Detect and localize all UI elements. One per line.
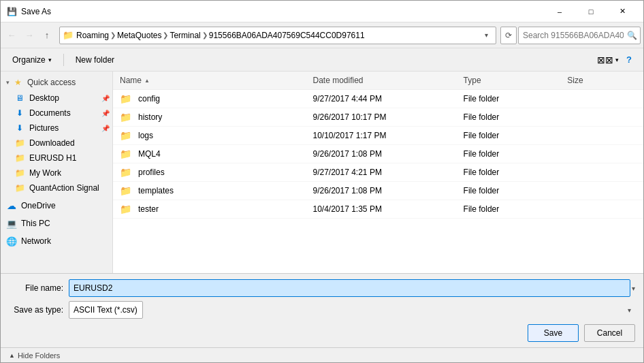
file-size-cell xyxy=(562,170,638,175)
sidebar-item-eurusd[interactable]: 📁 EURUSD H1 xyxy=(1,151,112,165)
save-button[interactable]: Save xyxy=(528,324,579,342)
file-name-cell: 📁 config xyxy=(118,91,307,107)
main-content: ▾ ★ Quick access 🖥 Desktop 📌 ⬇ Documents… xyxy=(1,72,643,273)
file-type-cell: File folder xyxy=(458,110,562,125)
sidebar-item-pictures[interactable]: ⬇ Pictures 📌 xyxy=(1,121,112,136)
col-header-date[interactable]: Date modified xyxy=(307,73,457,88)
documents-icon: ⬇ xyxy=(14,108,25,119)
view-options: ⊠⊠ ▾ ? xyxy=(596,51,638,69)
quick-access-icon: ★ xyxy=(12,77,23,88)
savetype-row: Save as type: ASCII Text (*.csv) ▾ xyxy=(9,301,635,319)
hide-folders-toggle[interactable]: ▲ Hide Folders xyxy=(9,351,60,360)
cancel-button[interactable]: Cancel xyxy=(584,324,635,342)
command-bar: Organize ▾ New folder ⊠⊠ ▾ ? xyxy=(1,48,643,72)
table-row[interactable]: 📁 config 9/27/2017 4:44 PM File folder xyxy=(113,90,643,108)
table-row[interactable]: 📁 logs 10/10/2017 1:17 PM File folder xyxy=(113,127,643,145)
quantaction-icon: 📁 xyxy=(14,183,25,193)
sidebar-item-downloaded[interactable]: 📁 Downloaded xyxy=(1,136,112,151)
refresh-button[interactable]: ⟳ xyxy=(500,27,517,44)
table-row[interactable]: 📁 tester 10/4/2017 1:35 PM File folder xyxy=(113,200,643,219)
col-header-size[interactable]: Size xyxy=(562,73,638,88)
sort-arrow-icon: ▲ xyxy=(144,78,150,84)
filename-row: File name: ▾ xyxy=(9,279,635,297)
folder-icon: 📁 xyxy=(120,204,131,215)
file-name-text: config xyxy=(138,94,160,104)
file-name-text: logs xyxy=(138,131,153,140)
col-header-type[interactable]: Type xyxy=(458,73,562,88)
up-button[interactable]: ↑ xyxy=(39,27,55,44)
sidebar-item-quantaction[interactable]: 📁 QuantAction Signal xyxy=(1,180,112,195)
file-date-cell: 9/27/2017 4:21 PM xyxy=(307,165,457,180)
breadcrumb-folder-icon: 📁 xyxy=(63,30,76,40)
sidebar-item-network[interactable]: 🌐 Network xyxy=(1,234,112,249)
breadcrumb-metaquotes[interactable]: MetaQuotes ❯ xyxy=(117,31,170,40)
address-dropdown-button[interactable]: ▾ xyxy=(479,28,493,43)
sidebar-item-desktop[interactable]: 🖥 Desktop 📌 xyxy=(1,91,112,106)
quick-access-header[interactable]: ▾ ★ Quick access xyxy=(1,74,112,91)
sidebar: ▾ ★ Quick access 🖥 Desktop 📌 ⬇ Documents… xyxy=(1,72,113,273)
organize-button[interactable]: Organize ▾ xyxy=(6,51,58,69)
bottom-panel: File name: ▾ Save as type: ASCII Text (*… xyxy=(1,273,643,347)
organize-dropdown-icon: ▾ xyxy=(48,57,52,63)
file-type-cell: File folder xyxy=(458,165,562,180)
desktop-pin-icon: 📌 xyxy=(101,95,110,102)
folder-icon: 📁 xyxy=(120,112,131,123)
help-button[interactable]: ? xyxy=(620,51,638,69)
file-size-cell xyxy=(562,151,638,157)
address-bar[interactable]: 📁 Roaming ❯ MetaQuotes ❯ Terminal ❯ 9155… xyxy=(59,27,496,44)
savetype-label: Save as type: xyxy=(9,305,63,315)
back-button: ← xyxy=(3,27,20,44)
desktop-icon: 🖥 xyxy=(14,93,25,104)
file-size-cell xyxy=(562,96,638,101)
onedrive-icon: ☁ xyxy=(6,200,17,211)
documents-pin-icon: 📌 xyxy=(101,110,110,117)
table-row[interactable]: 📁 history 9/26/2017 10:17 PM File folder xyxy=(113,108,643,127)
file-type-cell: File folder xyxy=(458,202,562,217)
file-date-cell: 10/4/2017 1:35 PM xyxy=(307,202,457,217)
filename-dropdown-icon: ▾ xyxy=(632,285,635,292)
table-row[interactable]: 📁 profiles 9/27/2017 4:21 PM File folder xyxy=(113,163,643,182)
quick-access-section: ▾ ★ Quick access 🖥 Desktop 📌 ⬇ Documents… xyxy=(1,74,112,195)
sidebar-item-onedrive[interactable]: ☁ OneDrive xyxy=(1,198,112,213)
minimize-button[interactable]: – xyxy=(544,1,575,22)
file-name-text: MQL4 xyxy=(138,149,161,159)
file-date-cell: 9/26/2017 1:08 PM xyxy=(307,146,457,161)
title-bar: 💾 Save As – □ ✕ xyxy=(1,1,643,22)
file-name-cell: 📁 logs xyxy=(118,127,307,144)
col-header-name[interactable]: Name ▲ xyxy=(118,73,307,88)
file-type-cell: File folder xyxy=(458,183,562,198)
sidebar-item-mywork[interactable]: 📁 My Work xyxy=(1,165,112,180)
savetype-select[interactable]: ASCII Text (*.csv) xyxy=(69,301,143,319)
folder-icon: 📁 xyxy=(120,130,131,141)
breadcrumb-terminal[interactable]: Terminal ❯ xyxy=(170,31,208,40)
status-bar: ▲ Hide Folders xyxy=(1,347,643,362)
file-name-cell: 📁 MQL4 xyxy=(118,146,307,162)
view-toggle-button[interactable]: ⊠⊠ xyxy=(596,51,614,69)
breadcrumb-roaming[interactable]: Roaming ❯ xyxy=(76,31,117,40)
file-name-cell: 📁 history xyxy=(118,109,307,125)
button-row: Save Cancel xyxy=(9,323,635,342)
pictures-pin-icon: 📌 xyxy=(101,125,110,132)
table-row[interactable]: 📁 MQL4 9/26/2017 1:08 PM File folder xyxy=(113,145,643,163)
folder-icon: 📁 xyxy=(120,185,131,196)
savetype-wrapper: ASCII Text (*.csv) ▾ xyxy=(69,301,635,319)
command-separator xyxy=(63,54,64,66)
network-section: 🌐 Network xyxy=(1,234,112,249)
file-size-cell xyxy=(562,206,638,212)
close-button[interactable]: ✕ xyxy=(607,1,638,22)
view-dropdown-icon[interactable]: ▾ xyxy=(615,57,619,63)
file-name-text: tester xyxy=(138,204,159,214)
table-row[interactable]: 📁 templates 9/26/2017 1:08 PM File folde… xyxy=(113,182,643,200)
window-controls: – □ ✕ xyxy=(544,1,638,22)
maximize-button[interactable]: □ xyxy=(575,1,607,22)
file-size-cell xyxy=(562,114,638,120)
breadcrumb-id[interactable]: 915566BA06ADA407569C544CC0D97611 xyxy=(209,31,365,40)
search-input[interactable] xyxy=(523,31,624,40)
sidebar-item-thispc[interactable]: 💻 This PC xyxy=(1,216,112,231)
file-name-cell: 📁 tester xyxy=(118,201,307,217)
new-folder-button[interactable]: New folder xyxy=(69,51,120,69)
file-type-cell: File folder xyxy=(458,146,562,161)
sidebar-item-documents[interactable]: ⬇ Documents 📌 xyxy=(1,106,112,121)
quick-access-arrow: ▾ xyxy=(6,79,10,86)
filename-input[interactable] xyxy=(69,279,630,297)
